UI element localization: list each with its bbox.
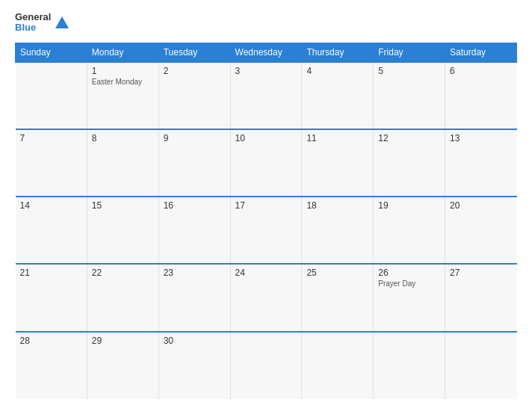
- calendar-page: General Blue SundayMondayTuesdayWednesda…: [0, 0, 532, 411]
- calendar-cell: 10: [230, 129, 302, 197]
- calendar-week-row: 212223242526Prayer Day27: [16, 264, 517, 331]
- calendar-cell: 24: [230, 264, 302, 331]
- logo-text-blue: Blue: [15, 22, 36, 33]
- calendar-table: SundayMondayTuesdayWednesdayThursdayFrid…: [15, 43, 517, 399]
- calendar-cell: 27: [445, 264, 517, 331]
- calendar-cell: 18: [302, 197, 374, 264]
- day-number: 23: [164, 268, 226, 278]
- calendar-cell: 6: [445, 62, 517, 129]
- day-number: 1: [92, 66, 154, 76]
- calendar-header: General Blue: [15, 12, 517, 34]
- weekday-header-tuesday: Tuesday: [158, 43, 230, 62]
- calendar-cell: [16, 62, 87, 129]
- day-number: 15: [92, 200, 154, 211]
- calendar-cell: [302, 332, 374, 399]
- calendar-cell: [230, 332, 302, 399]
- day-number: 4: [306, 66, 368, 76]
- calendar-cell: 14: [16, 197, 87, 264]
- day-number: 30: [164, 336, 226, 346]
- weekday-header-saturday: Saturday: [445, 43, 517, 62]
- calendar-cell: 1Easter Monday: [87, 62, 158, 129]
- weekday-header-thursday: Thursday: [302, 43, 374, 62]
- calendar-cell: [445, 332, 517, 399]
- day-number: 3: [235, 66, 297, 76]
- day-number: 11: [306, 133, 368, 143]
- day-number: 20: [450, 200, 512, 211]
- day-number: 21: [20, 268, 82, 278]
- day-number: 22: [92, 268, 154, 278]
- day-number: 26: [378, 268, 440, 278]
- calendar-cell: 25: [302, 264, 374, 331]
- logo-triangle-icon: [55, 16, 69, 28]
- calendar-cell: 3: [230, 62, 302, 129]
- day-number: 2: [164, 66, 226, 76]
- day-number: 28: [20, 336, 82, 346]
- day-number: 25: [306, 268, 368, 278]
- calendar-cell: 12: [374, 129, 445, 197]
- calendar-cell: 21: [16, 264, 87, 331]
- calendar-cell: 8: [87, 129, 158, 197]
- day-number: 16: [164, 200, 226, 211]
- event-label: Prayer Day: [378, 279, 440, 288]
- calendar-cell: [374, 332, 445, 399]
- calendar-week-row: 282930: [16, 332, 517, 399]
- calendar-week-row: 14151617181920: [16, 197, 517, 264]
- day-number: 19: [378, 200, 440, 211]
- weekday-header-wednesday: Wednesday: [230, 43, 302, 62]
- calendar-cell: 28: [16, 332, 87, 399]
- day-number: 24: [235, 268, 297, 278]
- calendar-cell: 20: [445, 197, 517, 264]
- calendar-cell: 11: [302, 129, 374, 197]
- day-number: 27: [450, 268, 512, 278]
- weekday-header-row: SundayMondayTuesdayWednesdayThursdayFrid…: [16, 43, 517, 62]
- calendar-cell: 29: [87, 332, 158, 399]
- event-label: Easter Monday: [92, 78, 154, 86]
- calendar-cell: 16: [158, 197, 230, 264]
- calendar-cell: 13: [445, 129, 517, 197]
- weekday-header-monday: Monday: [87, 43, 158, 62]
- calendar-cell: 17: [230, 197, 302, 264]
- day-number: 8: [92, 133, 154, 143]
- calendar-cell: 7: [16, 129, 87, 197]
- calendar-week-row: 78910111213: [16, 129, 517, 197]
- day-number: 18: [306, 200, 368, 211]
- calendar-week-row: 1Easter Monday23456: [16, 62, 517, 129]
- calendar-cell: 30: [158, 332, 230, 399]
- calendar-cell: 23: [158, 264, 230, 331]
- day-number: 9: [164, 133, 226, 143]
- day-number: 29: [92, 336, 154, 346]
- day-number: 10: [235, 133, 297, 143]
- weekday-header-friday: Friday: [374, 43, 445, 62]
- logo-text-general: General: [15, 12, 51, 22]
- calendar-cell: 15: [87, 197, 158, 264]
- day-number: 5: [378, 66, 440, 76]
- calendar-cell: 9: [158, 129, 230, 197]
- calendar-cell: 22: [87, 264, 158, 331]
- day-number: 6: [450, 66, 512, 76]
- calendar-cell: 26Prayer Day: [374, 264, 445, 331]
- calendar-cell: 5: [374, 62, 445, 129]
- calendar-cell: 4: [302, 62, 374, 129]
- weekday-header-sunday: Sunday: [16, 43, 87, 62]
- calendar-cell: 2: [158, 62, 230, 129]
- logo: General Blue: [15, 12, 69, 34]
- day-number: 17: [235, 200, 297, 211]
- day-number: 12: [378, 133, 440, 143]
- day-number: 7: [20, 133, 82, 143]
- day-number: 14: [20, 200, 82, 211]
- calendar-cell: 19: [374, 197, 445, 264]
- day-number: 13: [450, 133, 512, 143]
